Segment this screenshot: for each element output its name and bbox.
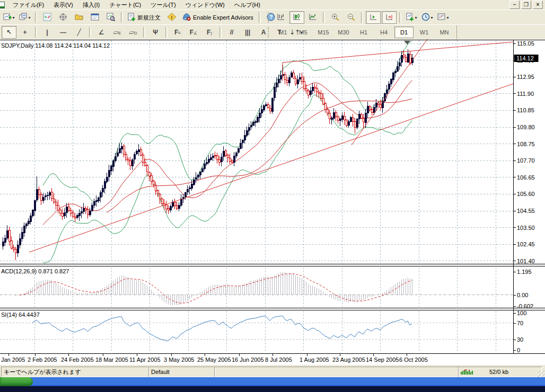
chart-shift-button[interactable] bbox=[382, 11, 397, 24]
line-studies-toolbar: ↖ + | — ╱ ∠ ▱E ▱D Ψ F≡ F∠ F) // ||| A T … bbox=[0, 24, 545, 41]
toolbar-grip[interactable] bbox=[268, 12, 271, 23]
indicators-button[interactable]: ▾ bbox=[404, 11, 419, 24]
timeframe-m1-button[interactable]: M1 bbox=[274, 26, 293, 38]
svg-text:6 Oct 2005: 6 Oct 2005 bbox=[399, 357, 428, 363]
svg-text:100: 100 bbox=[517, 310, 526, 316]
start-button[interactable] bbox=[0, 377, 33, 386]
toolbar-grip[interactable] bbox=[268, 27, 271, 38]
new-order-icon bbox=[127, 13, 136, 22]
periods-button[interactable]: ▾ bbox=[420, 11, 435, 24]
svg-text:11 Apr 2005: 11 Apr 2005 bbox=[129, 357, 161, 363]
status-bar: キーでヘルプが表示されます Default 52/0 kb bbox=[0, 364, 545, 378]
zoom-out-button[interactable] bbox=[344, 11, 358, 24]
timeframe-w1-button[interactable]: W1 bbox=[415, 26, 434, 38]
expert-advisor-icon bbox=[182, 13, 191, 22]
timeframe-h4-button[interactable]: H4 bbox=[374, 26, 393, 38]
profiles-icon bbox=[19, 13, 28, 22]
svg-text:111.90: 111.90 bbox=[517, 91, 534, 97]
menu-insert[interactable]: 挿入(I) bbox=[78, 1, 104, 10]
svg-text:107.70: 107.70 bbox=[517, 157, 535, 164]
line-chart-button[interactable] bbox=[305, 11, 320, 24]
profiles-button[interactable]: ▾ bbox=[17, 11, 32, 24]
navigator-button[interactable] bbox=[56, 11, 71, 24]
svg-text:106.65: 106.65 bbox=[517, 174, 535, 181]
equidistant-channel-tool-button[interactable]: ▱E bbox=[110, 26, 125, 39]
timeframe-mn-button[interactable]: MN bbox=[435, 26, 454, 38]
tester-icon bbox=[107, 13, 115, 22]
menu-view[interactable]: 表示(V) bbox=[49, 1, 78, 10]
windows-taskbar bbox=[0, 377, 545, 392]
equidistant-channel-icon: ▱E bbox=[113, 29, 121, 35]
dropdown-arrow-icon: ▾ bbox=[430, 15, 433, 20]
cursor-tool-button[interactable]: ↖ bbox=[2, 26, 16, 39]
menu-chart[interactable]: チャート(C) bbox=[104, 1, 146, 10]
horizontal-line-tool-button[interactable]: — bbox=[56, 26, 71, 39]
terminal-icon bbox=[91, 13, 99, 22]
resize-grip[interactable] bbox=[538, 371, 544, 377]
timeframe-d1-button[interactable]: D1 bbox=[394, 26, 414, 38]
toolbar-separator bbox=[165, 27, 168, 38]
svg-text:18 Mar 2005: 18 Mar 2005 bbox=[95, 357, 128, 363]
svg-text:30: 30 bbox=[517, 336, 523, 343]
svg-text:16 Jun 2005: 16 Jun 2005 bbox=[232, 357, 264, 363]
svg-text:114.12: 114.12 bbox=[516, 55, 534, 61]
status-connection-section: 52/0 kb bbox=[458, 367, 542, 377]
strategy-tester-button[interactable] bbox=[103, 11, 118, 24]
folder-star-icon bbox=[75, 13, 83, 22]
stddev-channel-icon: ▱D bbox=[129, 29, 137, 35]
vertical-line-tool-button[interactable]: | bbox=[40, 26, 55, 39]
toolbar-separator bbox=[399, 12, 401, 23]
trendline-angle-icon: ∠ bbox=[99, 29, 104, 35]
auto-scroll-button[interactable] bbox=[366, 11, 381, 24]
menu-help[interactable]: ヘルプ(H) bbox=[230, 1, 265, 10]
bar-chart-button[interactable] bbox=[274, 11, 288, 24]
usdjpy-daily-chart[interactable]: 115.05112.95111.90110.85109.80108.75107.… bbox=[0, 39, 545, 364]
traffic-counter: 52/0 kb bbox=[489, 369, 508, 375]
new-chart-icon bbox=[3, 13, 12, 22]
toolbar-separator bbox=[219, 27, 222, 38]
dropdown-arrow-icon: ▾ bbox=[28, 15, 30, 20]
new-chart-button[interactable]: ▾ bbox=[2, 11, 16, 24]
templates-button[interactable]: ▾ bbox=[436, 11, 451, 24]
svg-text:0.00: 0.00 bbox=[517, 292, 528, 298]
timeframe-h1-button[interactable]: H1 bbox=[354, 26, 373, 38]
menu-tools[interactable]: ツール(T) bbox=[146, 1, 181, 10]
timeframe-m30-button[interactable]: M30 bbox=[334, 26, 353, 38]
status-template-section: Default bbox=[148, 367, 215, 377]
close-button[interactable]: × bbox=[533, 1, 543, 9]
mdi-window-controls: – ❐ × bbox=[509, 1, 543, 9]
svg-text:0: 0 bbox=[517, 347, 520, 353]
market-watch-button[interactable] bbox=[40, 11, 55, 24]
restore-button[interactable]: ❐ bbox=[521, 1, 531, 9]
candlestick-chart-button[interactable] bbox=[289, 11, 304, 24]
fibo-retracement-tool-button[interactable]: F≡ bbox=[170, 26, 185, 39]
svg-text:109.80: 109.80 bbox=[517, 124, 535, 130]
expert-advisors-button[interactable]: Enable Expert Advisors bbox=[180, 11, 256, 24]
parallel-lines-tool-button[interactable]: // bbox=[224, 26, 239, 39]
fibo-arcs-tool-button[interactable]: F) bbox=[202, 26, 217, 39]
crosshair-icon: + bbox=[23, 29, 27, 35]
timeframe-m5-button[interactable]: M5 bbox=[294, 26, 313, 38]
cursor-icon: ↖ bbox=[6, 29, 12, 35]
stddev-channel-tool-button[interactable]: ▱D bbox=[126, 26, 140, 39]
zoom-in-button[interactable] bbox=[328, 11, 342, 24]
svg-text:8 Jul 2005: 8 Jul 2005 bbox=[265, 357, 292, 363]
menu-window[interactable]: ウィンドウ(W) bbox=[181, 1, 230, 10]
trendline-angle-tool-button[interactable]: ∠ bbox=[94, 26, 109, 39]
standard-toolbar: ▾ ▾ bbox=[0, 10, 545, 25]
menu-file[interactable]: ファイル(F) bbox=[8, 1, 49, 10]
text-icon: A bbox=[261, 29, 266, 35]
svg-text:105.60: 105.60 bbox=[517, 191, 535, 197]
history-center-button[interactable] bbox=[72, 11, 86, 24]
cycle-lines-tool-button[interactable]: ||| bbox=[240, 26, 255, 39]
andrews-pitchfork-tool-button[interactable]: Ψ bbox=[148, 26, 163, 39]
trendline-tool-button[interactable]: ╱ bbox=[72, 26, 86, 39]
terminal-button[interactable] bbox=[87, 11, 102, 24]
metaeditor-button[interactable]: ! bbox=[164, 11, 179, 24]
new-order-button[interactable]: 新規注文 bbox=[126, 11, 163, 24]
crosshair-tool-button[interactable]: + bbox=[17, 26, 32, 39]
chart-window-icon[interactable] bbox=[0, 2, 5, 8]
minimize-button[interactable]: – bbox=[509, 1, 520, 9]
fibo-fan-tool-button[interactable]: F∠ bbox=[186, 26, 201, 39]
timeframe-m15-button[interactable]: M15 bbox=[314, 26, 333, 38]
